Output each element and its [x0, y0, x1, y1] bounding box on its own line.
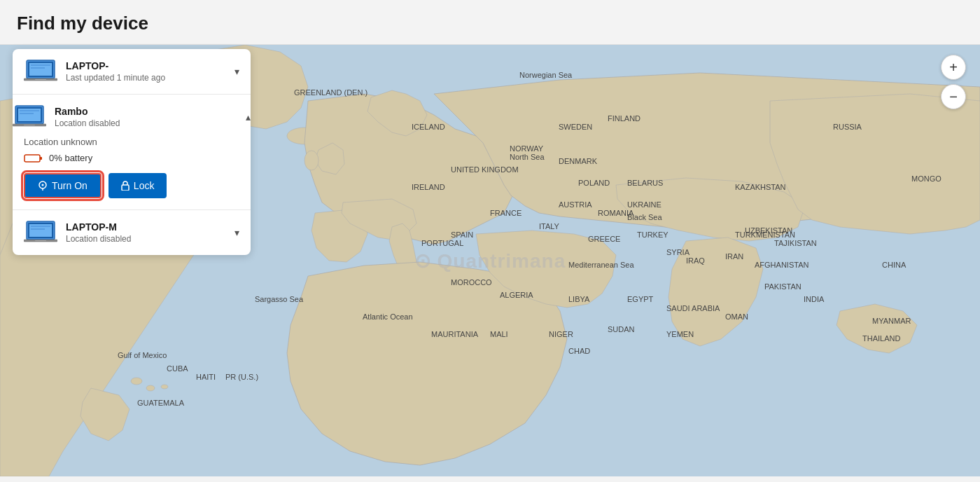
device-item-laptop1[interactable]: LAPTOP- Last updated 1 minute ago ▾ [13, 49, 251, 95]
map-zoom-controls: + − [941, 55, 966, 109]
svg-rect-29 [31, 226, 50, 227]
device-header-rambo[interactable]: Rambo Location disabled ▴ [13, 95, 251, 137]
device-left-rambo: Rambo Location disabled [13, 104, 120, 130]
device-status-rambo: Location disabled [55, 118, 120, 128]
device-item-rambo: Rambo Location disabled ▴ Location unkno… [13, 95, 251, 210]
laptop-icon-2 [24, 220, 57, 245]
device-info-laptop2: LAPTOP-M Location disabled [66, 221, 131, 244]
svg-rect-32 [35, 240, 46, 241]
svg-point-3 [131, 378, 142, 385]
svg-rect-30 [31, 228, 45, 230]
zoom-in-button[interactable]: + [941, 55, 966, 80]
location-unknown-text: Location unknown [24, 137, 239, 147]
svg-point-5 [161, 385, 168, 389]
page-title: Find my device [17, 13, 963, 34]
chevron-rambo: ▴ [246, 111, 251, 123]
device-name-rambo: Rambo [55, 106, 120, 117]
device-expanded-rambo: Location unknown 0% battery [13, 137, 251, 210]
battery-text: 0% battery [49, 153, 92, 163]
device-left-laptop2: LAPTOP-M Location disabled [24, 220, 131, 245]
turn-on-button[interactable]: Turn On [24, 173, 102, 198]
lock-button[interactable]: Lock [108, 173, 167, 198]
page-header: Find my device [0, 0, 980, 45]
chevron-laptop1: ▾ [234, 66, 239, 77]
device-name-laptop2: LAPTOP-M [66, 221, 131, 233]
laptop-icon-1 [24, 59, 57, 84]
device-status-laptop2: Location disabled [66, 234, 131, 244]
battery-row: 0% battery [24, 153, 239, 163]
device-item-laptop2[interactable]: LAPTOP-M Location disabled ▾ [13, 210, 251, 255]
svg-rect-20 [24, 155, 40, 162]
device-name-laptop1: LAPTOP- [66, 60, 165, 71]
svg-rect-16 [20, 110, 39, 111]
device-left-laptop1: LAPTOP- Last updated 1 minute ago [24, 59, 165, 84]
laptop-icon-rambo [13, 104, 46, 130]
svg-rect-17 [20, 113, 34, 114]
battery-icon [24, 153, 43, 163]
device-status-laptop1: Last updated 1 minute ago [66, 73, 165, 83]
svg-point-4 [146, 385, 155, 391]
action-buttons: Turn On Lock [24, 173, 239, 198]
svg-rect-12 [35, 79, 46, 80]
device-info-rambo: Rambo Location disabled [55, 106, 120, 128]
lock-icon [121, 181, 130, 191]
svg-rect-25 [122, 185, 129, 191]
zoom-out-button[interactable]: − [941, 84, 966, 109]
content-area: Norwegian SeaGREENLAND (DEN.)ICELANDSWED… [0, 45, 980, 476]
device-info-laptop1: LAPTOP- Last updated 1 minute ago [66, 60, 165, 83]
svg-rect-10 [31, 67, 45, 69]
svg-rect-9 [31, 64, 50, 66]
location-icon [38, 181, 48, 191]
chevron-laptop2: ▾ [234, 227, 239, 238]
svg-rect-21 [40, 157, 42, 160]
svg-point-23 [42, 184, 44, 186]
svg-point-2 [304, 151, 318, 170]
svg-rect-19 [24, 125, 35, 125]
devices-panel: LAPTOP- Last updated 1 minute ago ▾ [13, 49, 251, 255]
